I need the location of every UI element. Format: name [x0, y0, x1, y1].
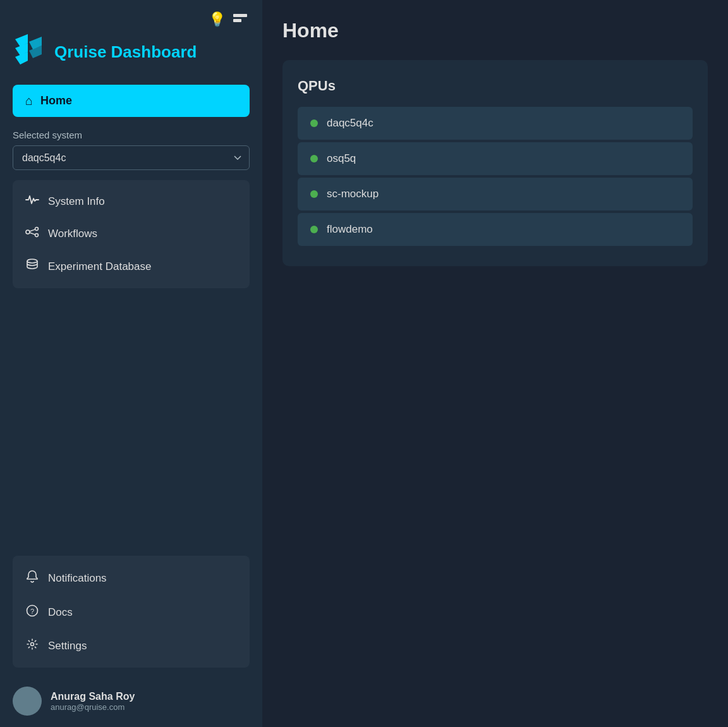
svg-line-9: [30, 233, 35, 235]
selected-system-section: Selected system daqc5q4c osq5q sc-mockup…: [0, 130, 262, 180]
sidebar-item-system-info-label: System Info: [48, 195, 105, 208]
user-info: Anurag Saha Roy anurag@qruise.com: [51, 691, 135, 712]
home-button[interactable]: ⌂ Home: [13, 85, 250, 117]
pulse-icon: [25, 194, 39, 209]
sidebar-item-settings[interactable]: Settings: [13, 629, 250, 663]
logo-text: Qruise Dashboard: [54, 42, 197, 62]
selected-system-label: Selected system: [13, 130, 250, 140]
qpu-status-dot: [310, 190, 318, 198]
qpus-title: QPUs: [298, 78, 693, 94]
qpu-name: flowdemo: [327, 223, 373, 236]
sidebar: 💡 Qruise Dashboard ⌂ Home Selected syste…: [0, 0, 262, 727]
sidebar-item-settings-label: Settings: [48, 640, 87, 652]
qpu-status-dot: [310, 226, 318, 233]
sidebar-item-experiment-db[interactable]: Experiment Database: [13, 250, 250, 283]
bottom-menu: Notifications ? Docs Settings: [13, 556, 250, 668]
qpu-status-dot: [310, 155, 318, 162]
home-nav: ⌂ Home: [13, 85, 250, 117]
home-label: Home: [40, 94, 72, 107]
qpu-status-dot: [310, 119, 318, 127]
sidebar-item-notifications-label: Notifications: [48, 572, 107, 585]
sidebar-item-docs[interactable]: ? Docs: [13, 596, 250, 629]
qpu-name: sc-mockup: [327, 188, 379, 200]
qpu-item-sc-mockup[interactable]: sc-mockup: [298, 178, 693, 211]
svg-point-5: [26, 230, 30, 234]
page-title: Home: [282, 19, 708, 42]
svg-text:?: ?: [30, 608, 34, 615]
system-menu: System Info Workflows: [13, 180, 250, 288]
workflow-icon: [25, 226, 39, 241]
home-icon: ⌂: [25, 94, 33, 108]
database-icon: [25, 259, 39, 274]
bulb-icon[interactable]: 💡: [209, 11, 226, 28]
sidebar-header: 💡: [0, 0, 262, 34]
svg-line-8: [30, 229, 35, 231]
svg-point-6: [35, 228, 39, 231]
qpu-name: daqc5q4c: [327, 117, 373, 130]
qpu-name: osq5q: [327, 152, 356, 165]
sidebar-item-workflows-label: Workflows: [48, 228, 97, 240]
sidebar-item-workflows[interactable]: Workflows: [13, 217, 250, 250]
user-email: anurag@qruise.com: [51, 702, 135, 712]
sidebar-item-docs-label: Docs: [48, 606, 73, 619]
system-select[interactable]: daqc5q4c osq5q sc-mockup flowdemo: [13, 145, 250, 170]
user-section: Anurag Saha Roy anurag@qruise.com: [0, 678, 262, 727]
docs-icon: ?: [25, 604, 39, 620]
user-name: Anurag Saha Roy: [51, 691, 135, 702]
svg-point-13: [31, 643, 34, 646]
sidebar-item-notifications[interactable]: Notifications: [13, 561, 250, 596]
main-content: Home QPUs daqc5q4c osq5q sc-mockup flowd…: [262, 0, 728, 727]
svg-point-7: [35, 234, 39, 237]
sidebar-item-system-info[interactable]: System Info: [13, 185, 250, 217]
qpus-card: QPUs daqc5q4c osq5q sc-mockup flowdemo: [282, 60, 708, 266]
qruise-logo-icon: [15, 34, 46, 70]
svg-point-10: [27, 259, 37, 263]
qpu-item-osq5q[interactable]: osq5q: [298, 142, 693, 175]
avatar: [13, 687, 42, 716]
qpu-item-daqc5q4c[interactable]: daqc5q4c: [298, 107, 693, 140]
layout-toggle-icon[interactable]: [233, 14, 247, 25]
qpu-item-flowdemo[interactable]: flowdemo: [298, 213, 693, 246]
settings-icon: [25, 638, 39, 654]
logo-area: Qruise Dashboard: [0, 34, 262, 85]
sidebar-item-experiment-db-label: Experiment Database: [48, 260, 151, 273]
bell-icon: [25, 570, 39, 587]
